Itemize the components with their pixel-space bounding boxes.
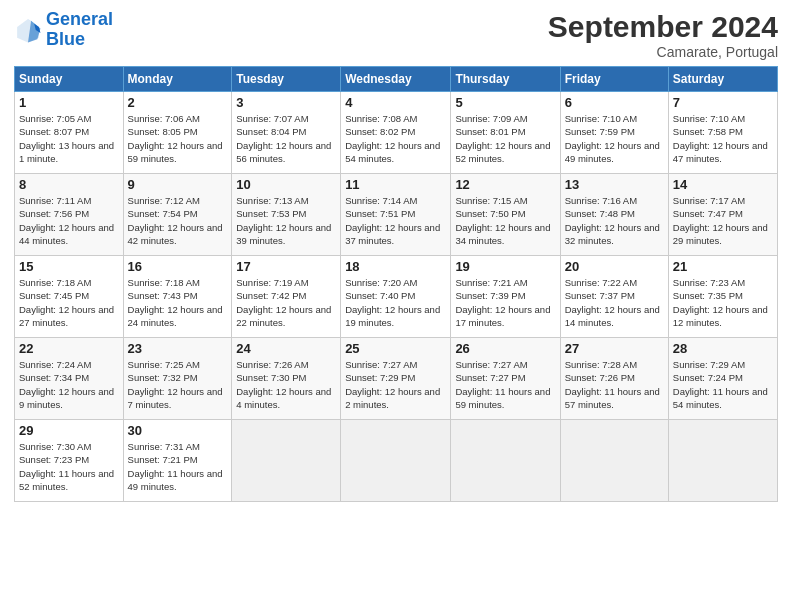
- col-wednesday: Wednesday: [341, 67, 451, 92]
- day-info: Sunrise: 7:18 AM Sunset: 7:43 PM Dayligh…: [128, 276, 228, 329]
- month-title: September 2024: [548, 10, 778, 44]
- calendar-day-cell: 29 Sunrise: 7:30 AM Sunset: 7:23 PM Dayl…: [15, 420, 124, 502]
- calendar-day-cell: 12 Sunrise: 7:15 AM Sunset: 7:50 PM Dayl…: [451, 174, 560, 256]
- day-number: 6: [565, 95, 664, 110]
- logo-line1: General: [46, 9, 113, 29]
- day-number: 27: [565, 341, 664, 356]
- day-number: 7: [673, 95, 773, 110]
- day-number: 12: [455, 177, 555, 192]
- day-number: 3: [236, 95, 336, 110]
- day-info: Sunrise: 7:30 AM Sunset: 7:23 PM Dayligh…: [19, 440, 119, 493]
- calendar-day-cell: 13 Sunrise: 7:16 AM Sunset: 7:48 PM Dayl…: [560, 174, 668, 256]
- day-number: 30: [128, 423, 228, 438]
- logo-line2: Blue: [46, 29, 85, 49]
- col-monday: Monday: [123, 67, 232, 92]
- col-tuesday: Tuesday: [232, 67, 341, 92]
- day-info: Sunrise: 7:20 AM Sunset: 7:40 PM Dayligh…: [345, 276, 446, 329]
- calendar-day-cell: 2 Sunrise: 7:06 AM Sunset: 8:05 PM Dayli…: [123, 92, 232, 174]
- day-info: Sunrise: 7:17 AM Sunset: 7:47 PM Dayligh…: [673, 194, 773, 247]
- day-info: Sunrise: 7:14 AM Sunset: 7:51 PM Dayligh…: [345, 194, 446, 247]
- col-sunday: Sunday: [15, 67, 124, 92]
- day-number: 17: [236, 259, 336, 274]
- logo-icon: [14, 16, 42, 44]
- calendar-day-cell: 23 Sunrise: 7:25 AM Sunset: 7:32 PM Dayl…: [123, 338, 232, 420]
- calendar-day-cell: 5 Sunrise: 7:09 AM Sunset: 8:01 PM Dayli…: [451, 92, 560, 174]
- day-number: 22: [19, 341, 119, 356]
- calendar-day-cell: 7 Sunrise: 7:10 AM Sunset: 7:58 PM Dayli…: [668, 92, 777, 174]
- day-number: 10: [236, 177, 336, 192]
- day-info: Sunrise: 7:05 AM Sunset: 8:07 PM Dayligh…: [19, 112, 119, 165]
- day-info: Sunrise: 7:22 AM Sunset: 7:37 PM Dayligh…: [565, 276, 664, 329]
- calendar-day-cell: 10 Sunrise: 7:13 AM Sunset: 7:53 PM Dayl…: [232, 174, 341, 256]
- day-info: Sunrise: 7:31 AM Sunset: 7:21 PM Dayligh…: [128, 440, 228, 493]
- calendar-day-cell: 16 Sunrise: 7:18 AM Sunset: 7:43 PM Dayl…: [123, 256, 232, 338]
- calendar-day-cell: 11 Sunrise: 7:14 AM Sunset: 7:51 PM Dayl…: [341, 174, 451, 256]
- location: Camarate, Portugal: [548, 44, 778, 60]
- col-thursday: Thursday: [451, 67, 560, 92]
- calendar-day-cell: 14 Sunrise: 7:17 AM Sunset: 7:47 PM Dayl…: [668, 174, 777, 256]
- calendar-day-cell: 30 Sunrise: 7:31 AM Sunset: 7:21 PM Dayl…: [123, 420, 232, 502]
- col-saturday: Saturday: [668, 67, 777, 92]
- day-info: Sunrise: 7:08 AM Sunset: 8:02 PM Dayligh…: [345, 112, 446, 165]
- calendar-day-cell: [668, 420, 777, 502]
- calendar-day-cell: 22 Sunrise: 7:24 AM Sunset: 7:34 PM Dayl…: [15, 338, 124, 420]
- day-info: Sunrise: 7:10 AM Sunset: 7:58 PM Dayligh…: [673, 112, 773, 165]
- day-info: Sunrise: 7:15 AM Sunset: 7:50 PM Dayligh…: [455, 194, 555, 247]
- calendar-week-row: 8 Sunrise: 7:11 AM Sunset: 7:56 PM Dayli…: [15, 174, 778, 256]
- day-number: 4: [345, 95, 446, 110]
- calendar-day-cell: 3 Sunrise: 7:07 AM Sunset: 8:04 PM Dayli…: [232, 92, 341, 174]
- day-number: 16: [128, 259, 228, 274]
- day-info: Sunrise: 7:25 AM Sunset: 7:32 PM Dayligh…: [128, 358, 228, 411]
- col-friday: Friday: [560, 67, 668, 92]
- logo-text: General Blue: [46, 10, 113, 50]
- calendar-day-cell: 8 Sunrise: 7:11 AM Sunset: 7:56 PM Dayli…: [15, 174, 124, 256]
- day-info: Sunrise: 7:16 AM Sunset: 7:48 PM Dayligh…: [565, 194, 664, 247]
- day-number: 15: [19, 259, 119, 274]
- day-info: Sunrise: 7:09 AM Sunset: 8:01 PM Dayligh…: [455, 112, 555, 165]
- day-info: Sunrise: 7:26 AM Sunset: 7:30 PM Dayligh…: [236, 358, 336, 411]
- calendar-day-cell: 6 Sunrise: 7:10 AM Sunset: 7:59 PM Dayli…: [560, 92, 668, 174]
- calendar-week-row: 15 Sunrise: 7:18 AM Sunset: 7:45 PM Dayl…: [15, 256, 778, 338]
- calendar-table: Sunday Monday Tuesday Wednesday Thursday…: [14, 66, 778, 502]
- day-info: Sunrise: 7:11 AM Sunset: 7:56 PM Dayligh…: [19, 194, 119, 247]
- day-number: 28: [673, 341, 773, 356]
- calendar-day-cell: 9 Sunrise: 7:12 AM Sunset: 7:54 PM Dayli…: [123, 174, 232, 256]
- day-number: 26: [455, 341, 555, 356]
- day-number: 11: [345, 177, 446, 192]
- day-info: Sunrise: 7:27 AM Sunset: 7:29 PM Dayligh…: [345, 358, 446, 411]
- calendar-day-cell: 4 Sunrise: 7:08 AM Sunset: 8:02 PM Dayli…: [341, 92, 451, 174]
- day-info: Sunrise: 7:19 AM Sunset: 7:42 PM Dayligh…: [236, 276, 336, 329]
- day-number: 14: [673, 177, 773, 192]
- day-number: 19: [455, 259, 555, 274]
- calendar-day-cell: 17 Sunrise: 7:19 AM Sunset: 7:42 PM Dayl…: [232, 256, 341, 338]
- day-number: 9: [128, 177, 228, 192]
- calendar-day-cell: 21 Sunrise: 7:23 AM Sunset: 7:35 PM Dayl…: [668, 256, 777, 338]
- day-info: Sunrise: 7:24 AM Sunset: 7:34 PM Dayligh…: [19, 358, 119, 411]
- calendar-day-cell: [451, 420, 560, 502]
- title-area: September 2024 Camarate, Portugal: [548, 10, 778, 60]
- day-number: 18: [345, 259, 446, 274]
- day-number: 8: [19, 177, 119, 192]
- calendar-day-cell: 18 Sunrise: 7:20 AM Sunset: 7:40 PM Dayl…: [341, 256, 451, 338]
- day-info: Sunrise: 7:18 AM Sunset: 7:45 PM Dayligh…: [19, 276, 119, 329]
- day-info: Sunrise: 7:28 AM Sunset: 7:26 PM Dayligh…: [565, 358, 664, 411]
- day-info: Sunrise: 7:13 AM Sunset: 7:53 PM Dayligh…: [236, 194, 336, 247]
- calendar-day-cell: 28 Sunrise: 7:29 AM Sunset: 7:24 PM Dayl…: [668, 338, 777, 420]
- day-number: 20: [565, 259, 664, 274]
- day-number: 2: [128, 95, 228, 110]
- day-info: Sunrise: 7:27 AM Sunset: 7:27 PM Dayligh…: [455, 358, 555, 411]
- calendar-day-cell: 19 Sunrise: 7:21 AM Sunset: 7:39 PM Dayl…: [451, 256, 560, 338]
- day-info: Sunrise: 7:29 AM Sunset: 7:24 PM Dayligh…: [673, 358, 773, 411]
- calendar-week-row: 29 Sunrise: 7:30 AM Sunset: 7:23 PM Dayl…: [15, 420, 778, 502]
- calendar-day-cell: 25 Sunrise: 7:27 AM Sunset: 7:29 PM Dayl…: [341, 338, 451, 420]
- day-number: 23: [128, 341, 228, 356]
- day-number: 21: [673, 259, 773, 274]
- calendar-day-cell: 20 Sunrise: 7:22 AM Sunset: 7:37 PM Dayl…: [560, 256, 668, 338]
- calendar-day-cell: [232, 420, 341, 502]
- day-number: 1: [19, 95, 119, 110]
- logo: General Blue: [14, 10, 113, 50]
- day-info: Sunrise: 7:21 AM Sunset: 7:39 PM Dayligh…: [455, 276, 555, 329]
- calendar-week-row: 1 Sunrise: 7:05 AM Sunset: 8:07 PM Dayli…: [15, 92, 778, 174]
- day-info: Sunrise: 7:07 AM Sunset: 8:04 PM Dayligh…: [236, 112, 336, 165]
- calendar-day-cell: [560, 420, 668, 502]
